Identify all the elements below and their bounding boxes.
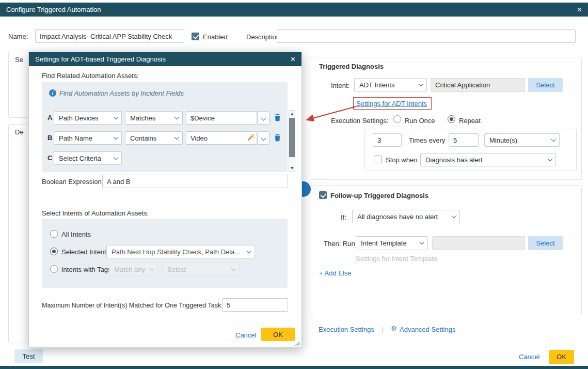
boolean-expression-input[interactable] xyxy=(102,175,288,188)
all-intents-label: All Intents xyxy=(61,230,91,238)
max-intents-label: Maximum Number of Intent(s) Matched for … xyxy=(42,302,223,310)
boolean-expression-label: Boolean Expression: xyxy=(42,178,103,186)
name-label: Name: xyxy=(8,33,28,40)
enabled-label: Enabled xyxy=(203,33,228,41)
interval-value-input[interactable] xyxy=(449,133,479,147)
criteria-b-field-select[interactable]: Path Name xyxy=(54,131,122,145)
stop-when-checkbox[interactable] xyxy=(374,156,382,163)
chevron-down-icon xyxy=(551,136,557,142)
tag-select: Select xyxy=(162,263,240,276)
if-condition-select[interactable]: All diagnoses have no alert xyxy=(352,210,460,223)
criteria-b-operator-select[interactable]: Contains xyxy=(125,131,183,145)
followup-section: Follow-up Triggered Diagnosis If: All di… xyxy=(310,185,582,315)
dialog-title: Configure Triggered Automation xyxy=(6,6,101,13)
selected-intents-select[interactable]: Path Next Hop Stability Check, Path Dela… xyxy=(106,245,255,258)
repeat-label: Repeat xyxy=(459,117,481,125)
intents-panel: All Intents Selected Intents: Path Next … xyxy=(42,219,288,288)
stop-condition-select[interactable]: Diagnosis has alert xyxy=(420,153,556,166)
red-callout-arrow xyxy=(298,101,360,125)
followup-checkbox[interactable] xyxy=(319,191,327,199)
scroll-down-button[interactable] xyxy=(289,165,295,172)
criteria-scrollbar[interactable] xyxy=(289,110,295,172)
if-label: If: xyxy=(341,213,346,221)
modal-cancel-link[interactable]: Cancel xyxy=(235,331,256,339)
resize-grip[interactable] xyxy=(294,340,300,346)
magic-wand-icon[interactable] xyxy=(247,134,255,143)
settings-for-adt-intents-link[interactable]: Settings for ADT Intents xyxy=(356,100,427,107)
dialog-titlebar: Configure Triggered Automation × xyxy=(0,3,588,17)
info-icon: i xyxy=(49,89,56,97)
selected-intents-label: Selected Intents: xyxy=(61,248,112,256)
scroll-up-button[interactable] xyxy=(289,111,295,117)
criteria-panel: i Find Automation Assets by Incident Fie… xyxy=(42,82,288,172)
test-button[interactable]: Test xyxy=(14,349,43,363)
interval-unit-select[interactable]: Minute(s) xyxy=(484,133,560,147)
trash-icon[interactable] xyxy=(274,134,281,143)
scroll-thumb[interactable] xyxy=(289,118,295,157)
criteria-info-text: Find Automation Assets by Incident Field… xyxy=(59,89,184,97)
modal-titlebar: Settings for ADT-based Triggered Diagnos… xyxy=(29,52,301,66)
enabled-checkbox[interactable] xyxy=(192,33,199,40)
criteria-a-operator-select[interactable]: Matches xyxy=(125,111,183,125)
run-once-radio[interactable] xyxy=(393,115,401,123)
gear-icon: ⚙ xyxy=(391,325,397,332)
selected-intents-radio[interactable] xyxy=(50,248,58,255)
run-once-label: Run Once xyxy=(405,117,435,125)
then-value-input xyxy=(432,236,525,250)
footer-ok-button[interactable]: OK xyxy=(549,350,574,364)
tag-match-mode-select: Match any xyxy=(109,263,158,276)
then-type-select[interactable]: Intent Template xyxy=(356,236,428,250)
criteria-b-value-dropdown[interactable] xyxy=(257,131,269,145)
intent-select-button[interactable]: Select xyxy=(528,78,563,92)
intents-with-tags-radio[interactable] xyxy=(50,265,58,273)
settings-adt-highlight-box: Settings for ADT Intents xyxy=(353,97,432,110)
execution-settings-link[interactable]: Execution Settings xyxy=(319,326,374,333)
background-partial-label-1: Se xyxy=(15,56,23,64)
chevron-down-icon xyxy=(174,114,180,119)
advanced-settings-link[interactable]: Advanced Settings xyxy=(400,326,455,333)
chevron-down-icon xyxy=(114,155,119,160)
triangle-up-icon xyxy=(291,113,294,115)
name-input[interactable] xyxy=(35,29,184,43)
triggered-diagnosis-title: Triggered Diagnosis xyxy=(319,63,384,70)
criteria-row-letter: C xyxy=(47,154,52,162)
chevron-down-icon xyxy=(114,134,119,140)
repeat-radio[interactable] xyxy=(448,115,455,123)
trash-icon[interactable] xyxy=(274,114,281,123)
all-intents-radio[interactable] xyxy=(50,230,58,238)
stop-when-label: Stop when xyxy=(386,156,417,164)
times-every-label: Times every xyxy=(409,136,445,144)
max-intents-input[interactable] xyxy=(222,298,288,312)
intent-value-input xyxy=(431,78,525,92)
criteria-a-field-select[interactable]: Path Devices xyxy=(54,111,122,125)
description-input[interactable] xyxy=(277,29,576,43)
criteria-c-field-select[interactable]: Select Criteria xyxy=(54,151,122,165)
chevron-down-icon xyxy=(150,266,155,271)
chevron-down-icon xyxy=(261,135,266,141)
then-select-button[interactable]: Select xyxy=(528,236,563,250)
chevron-down-icon xyxy=(114,114,119,119)
triangle-down-icon xyxy=(291,167,294,170)
chevron-down-icon xyxy=(231,266,236,271)
close-icon[interactable]: × xyxy=(577,6,582,14)
criteria-row-letter: B xyxy=(47,134,52,142)
criteria-a-value-input[interactable] xyxy=(186,111,257,125)
adt-settings-modal: Settings for ADT-based Triggered Diagnos… xyxy=(28,52,302,348)
criteria-a-value-dropdown[interactable] xyxy=(257,111,269,125)
repeat-count-input[interactable] xyxy=(373,133,402,147)
add-else-link[interactable]: + Add Else xyxy=(319,269,352,277)
bottom-strip xyxy=(0,366,588,369)
modal-ok-button[interactable]: OK xyxy=(261,328,295,341)
intent-type-select[interactable]: ADT Intents xyxy=(354,78,427,91)
chevron-down-icon xyxy=(261,115,266,120)
settings-intent-template-label: Settings for Intent Template xyxy=(356,255,437,263)
background-partial-label-2: De xyxy=(15,128,24,136)
background-panel-partial-2 xyxy=(8,124,29,343)
modal-close-icon[interactable]: × xyxy=(291,55,295,64)
criteria-b-value-input[interactable] xyxy=(186,131,257,145)
find-assets-label: Find Related Automation Assets: xyxy=(42,72,139,80)
followup-title: Follow-up Triggered Diagnosis xyxy=(330,192,428,199)
footer-cancel-link[interactable]: Cancel xyxy=(519,353,539,361)
configure-triggered-automation-dialog: Configure Triggered Automation × Name: E… xyxy=(0,0,588,369)
chevron-down-icon xyxy=(548,156,553,161)
